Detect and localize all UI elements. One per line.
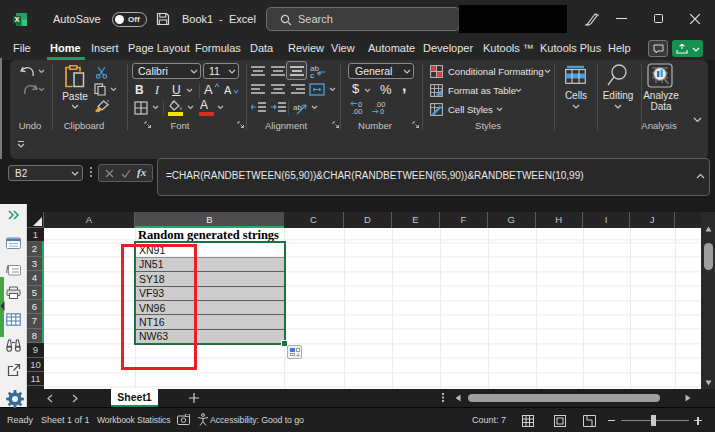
svg-text:0: 0 bbox=[358, 100, 362, 109]
svg-text:c: c bbox=[310, 71, 314, 78]
svg-text:0: 0 bbox=[380, 107, 384, 115]
svg-text:X: X bbox=[14, 15, 19, 24]
